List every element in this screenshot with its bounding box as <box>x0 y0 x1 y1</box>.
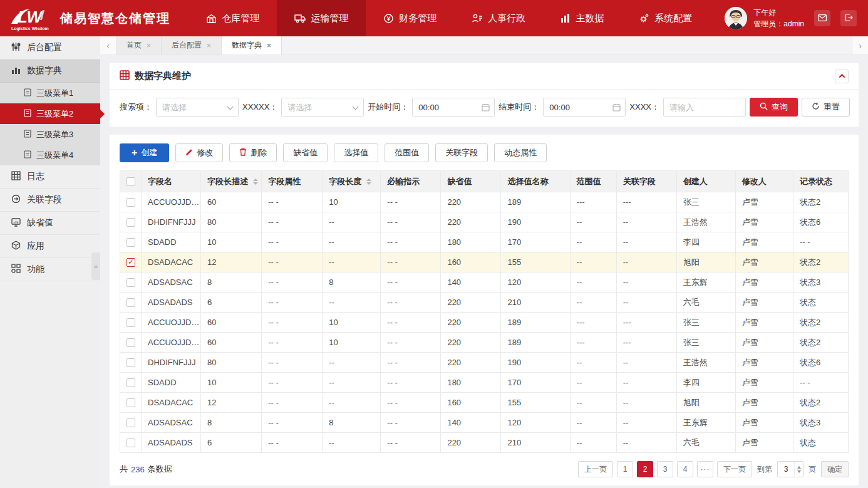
tab-home[interactable]: 首页 × <box>116 36 162 55</box>
spinner-arrows[interactable] <box>794 462 803 477</box>
sidebar-item-submenu-1[interactable]: 三级菜单1 <box>0 83 100 103</box>
sidebar-item-application[interactable]: 应用 <box>0 235 100 258</box>
goto-page-spinner[interactable]: 3 <box>777 461 803 477</box>
sidebar-item-data-dict[interactable]: 数据字典 <box>0 60 100 83</box>
nav-warehouse[interactable]: 仓库管理 <box>189 0 277 36</box>
table-row[interactable]: ADSADADS 6 -- - -- -- - 220 210 -- -- 六毛 <box>120 293 849 313</box>
page-2-button[interactable]: 2 <box>637 461 653 477</box>
start-time-picker[interactable] <box>412 98 495 117</box>
table-row[interactable]: DSADACAC 12 -- - -- -- - 160 155 -- -- 旭… <box>120 252 849 273</box>
next-page-button[interactable]: 下一页 <box>717 461 752 477</box>
gear-icon <box>639 13 649 24</box>
table-row[interactable]: DHDIFNFJJJ 80 -- - -- -- - 220 190 -- --… <box>120 353 849 373</box>
select-all-checkbox[interactable] <box>127 177 135 186</box>
delete-button[interactable]: 删除 <box>229 143 277 162</box>
page-title: 数据字典维护 <box>135 70 191 82</box>
close-icon[interactable]: × <box>147 41 151 50</box>
search-item-select-value[interactable] <box>157 98 238 116</box>
row-checkbox[interactable] <box>127 398 135 407</box>
xxxxx-select-value[interactable] <box>282 98 363 116</box>
col-length-desc[interactable]: 字段长描述 <box>201 171 262 192</box>
row-checkbox[interactable] <box>127 278 135 287</box>
sidebar-item-log[interactable]: 日志 <box>0 165 100 189</box>
table-row[interactable]: SDADD 10 -- - -- -- - 180 170 -- -- 李四 卢 <box>120 232 849 252</box>
sidebar-item-backend-config[interactable]: 后台配置 <box>0 36 100 60</box>
end-time-input[interactable] <box>544 98 625 116</box>
sidebar-item-default-value[interactable]: 缺省值 <box>0 212 100 235</box>
sidebar-item-submenu-4[interactable]: 三级菜单4 <box>0 145 100 165</box>
sidebar-item-submenu-2[interactable]: 三级菜单2 <box>0 103 100 124</box>
sidebar-collapse-handle[interactable]: « <box>91 252 100 280</box>
row-checkbox[interactable] <box>127 318 135 327</box>
row-checkbox[interactable] <box>127 218 135 227</box>
row-checkbox[interactable] <box>127 439 135 447</box>
edit-button[interactable]: 修改 <box>175 143 223 162</box>
table-row[interactable]: ACCUOJJDJN 60 -- - 10 -- - 220 189 --- -… <box>120 333 849 353</box>
select-value-button[interactable]: 选择值 <box>334 143 378 162</box>
logout-button[interactable] <box>840 10 857 26</box>
row-checkbox[interactable] <box>127 338 135 347</box>
row-checkbox[interactable] <box>127 378 135 387</box>
page-4-button[interactable]: 4 <box>677 461 693 477</box>
goto-page-value[interactable]: 3 <box>778 465 794 474</box>
avatar[interactable] <box>725 7 747 29</box>
cell-required: -- - <box>381 433 441 453</box>
row-checkbox[interactable] <box>127 298 135 307</box>
row-checkbox[interactable] <box>127 418 135 427</box>
xxxx-input[interactable] <box>664 98 745 116</box>
table-row[interactable]: ACCUOJJDJN 60 -- - 10 -- - 220 189 --- -… <box>120 313 849 333</box>
row-checkbox[interactable] <box>127 198 135 207</box>
reset-button[interactable]: 重置 <box>802 98 850 117</box>
row-checkbox[interactable] <box>127 238 135 247</box>
table-row[interactable]: ADSADSAC 8 -- - 8 -- - 140 120 -- -- 王东辉 <box>120 273 849 293</box>
sidebar-item-submenu-3[interactable]: 三级菜单3 <box>0 124 100 145</box>
sort-icon[interactable] <box>366 179 371 185</box>
close-icon[interactable]: × <box>267 41 271 50</box>
col-field-length[interactable]: 字段长度 <box>323 171 381 192</box>
tabs-scroll-left[interactable]: ‹ <box>100 36 116 55</box>
confirm-button[interactable]: 确定 <box>821 461 849 477</box>
table-row[interactable]: DSADACAC 12 -- - -- -- - 160 155 -- -- 旭… <box>120 393 849 413</box>
range-value-button[interactable]: 范围值 <box>385 143 429 162</box>
cell-field-name: DHDIFNFJJJ <box>142 212 201 232</box>
document-icon <box>24 88 31 98</box>
table-row[interactable]: ACCUOJJDJN 60 -- - 10 -- - 220 189 --- -… <box>120 192 849 212</box>
row-checkbox[interactable] <box>127 358 135 367</box>
row-checkbox[interactable] <box>127 258 135 267</box>
nav-transport[interactable]: 运输管理 <box>277 0 366 36</box>
query-button[interactable]: 查询 <box>750 98 798 117</box>
tab-backend-config[interactable]: 后台配置 × <box>162 36 222 55</box>
nav-finance[interactable]: 财务管理 <box>366 0 454 36</box>
create-button[interactable]: + 创建 <box>120 143 169 162</box>
sort-icon[interactable] <box>253 179 258 185</box>
table-row[interactable]: ADSADSAC 8 -- - 8 -- - 140 120 -- -- 王东辉 <box>120 413 849 433</box>
panel-collapse-button[interactable] <box>835 70 849 83</box>
cell-field-attr: -- - <box>262 192 323 212</box>
sidebar-item-function[interactable]: 功能 <box>0 258 100 281</box>
page-3-button[interactable]: 3 <box>657 461 673 477</box>
xxxxx-select[interactable] <box>281 98 364 117</box>
cell-length-desc: 10 <box>201 373 262 393</box>
prev-page-button[interactable]: 上一页 <box>578 461 613 477</box>
tab-data-dict[interactable]: 数据字典 × <box>222 36 282 55</box>
cell-modifier: 卢雪 <box>735 252 793 273</box>
nav-system-config[interactable]: 系统配置 <box>621 0 710 36</box>
related-field-button[interactable]: 关联字段 <box>435 143 488 162</box>
mail-button[interactable] <box>814 10 830 26</box>
default-value-button[interactable]: 缺省值 <box>283 143 328 162</box>
dynamic-attr-button[interactable]: 动态属性 <box>494 143 547 162</box>
page-1-button[interactable]: 1 <box>617 461 633 477</box>
end-time-picker[interactable] <box>543 98 626 117</box>
sidebar-item-related-field[interactable]: 关联字段 <box>0 189 100 212</box>
close-icon[interactable]: × <box>207 41 211 50</box>
search-item-select[interactable] <box>156 98 239 117</box>
start-time-input[interactable] <box>413 98 494 116</box>
table-row[interactable]: SDADD 10 -- - -- -- - 180 170 -- -- 李四 卢 <box>120 373 849 393</box>
table-row[interactable]: ADSADADS 6 -- - -- -- - 220 210 -- -- 六毛 <box>120 433 849 453</box>
nav-master-data[interactable]: 主数据 <box>543 0 621 36</box>
nav-hr[interactable]: 人事行政 <box>454 0 543 36</box>
xxxx-input-wrap[interactable] <box>663 98 746 117</box>
pages-ellipsis[interactable]: ··· <box>697 461 713 477</box>
tabs-scroll-right[interactable]: › <box>852 36 868 55</box>
table-row[interactable]: DHDIFNFJJJ 80 -- - -- -- - 220 190 -- --… <box>120 212 849 232</box>
